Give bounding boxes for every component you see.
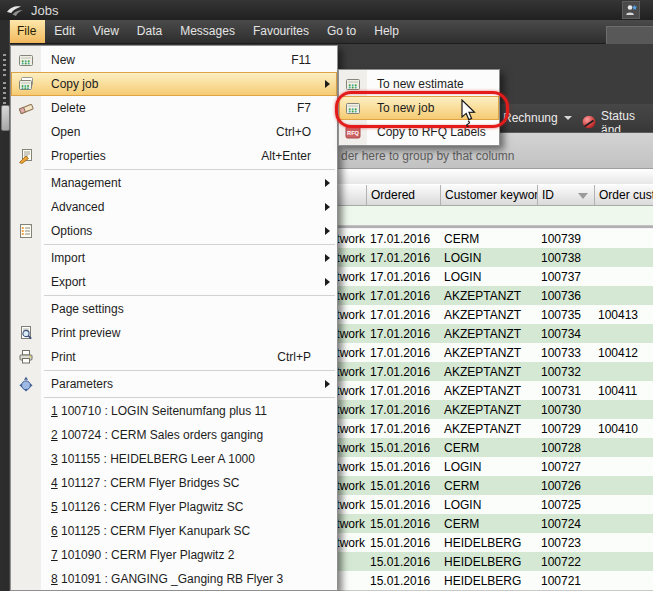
- cell-text: AKZEPTANZT: [444, 308, 521, 322]
- table-row[interactable]: twork17.01.2016LOGIN100737: [338, 267, 653, 286]
- recent-file-item-2[interactable]: 2 100724 : CERM Sales orders ganging: [11, 423, 337, 447]
- cell-text: HEIDELBERG: [444, 555, 521, 569]
- submenu-arrow-icon: [325, 254, 330, 262]
- cell-id: 100737: [538, 270, 595, 284]
- menubar-item-file[interactable]: File: [8, 20, 45, 43]
- cell-text: twork: [338, 498, 365, 512]
- recent-accel-number: 5: [51, 500, 58, 514]
- menu-item-options[interactable]: Options: [11, 219, 337, 243]
- menu-item-copy-job[interactable]: Copy job: [11, 72, 337, 96]
- menubar-item-favourites[interactable]: Favourites: [244, 20, 318, 43]
- cell-text: AKZEPTANZT: [444, 365, 521, 379]
- cell-customer_keyword: LOGIN: [441, 498, 538, 512]
- table-row[interactable]: twork15.01.2016CERM100724: [338, 514, 653, 533]
- menu-item-import[interactable]: Import: [11, 246, 337, 270]
- submenu-arrow-icon: [325, 203, 330, 211]
- cell-text: LOGIN: [444, 270, 481, 284]
- menubar-item-data[interactable]: Data: [128, 20, 171, 43]
- table-row[interactable]: twork15.01.2016CERM100726: [338, 476, 653, 495]
- table-row[interactable]: twork15.01.2016CERM100728: [338, 438, 653, 457]
- menu-item-label: 6 101125 : CERM Flyer Kanupark SC: [51, 524, 250, 538]
- cell-status: twork: [338, 381, 367, 400]
- job-icon: [345, 100, 361, 116]
- cell-customer_keyword: AKZEPTANZT: [441, 327, 538, 341]
- app-logo-icon: [6, 3, 24, 17]
- menubar-item-messages[interactable]: Messages: [171, 20, 244, 43]
- column-header-order-custo[interactable]: Order custo: [595, 185, 653, 205]
- cell-text: twork: [338, 517, 365, 531]
- menu-item-management[interactable]: Management: [11, 171, 337, 195]
- recent-file-item-8[interactable]: 8 101091 : GANGING _Ganging RB Flyer 3: [11, 567, 337, 591]
- cell-text: 100412: [598, 346, 638, 360]
- chevron-down-icon[interactable]: [564, 116, 572, 120]
- table-row[interactable]: twork15.01.2016LOGIN100727: [338, 457, 653, 476]
- table-row[interactable]: twork17.01.2016AKZEPTANZT100729100410: [338, 419, 653, 438]
- submenu-arrow-icon: [325, 278, 330, 286]
- column-header-ordered[interactable]: Ordered: [367, 185, 441, 205]
- table-row[interactable]: twork17.01.2016LOGIN100738: [338, 248, 653, 267]
- table-row[interactable]: twork17.01.2016AKZEPTANZT100733100412: [338, 343, 653, 362]
- recent-file-item-5[interactable]: 5 101126 : CERM Flyer Plagwitz SC: [11, 495, 337, 519]
- cell-status: twork: [338, 400, 367, 419]
- cell-text: LOGIN: [444, 460, 481, 474]
- menu-shortcut: F7: [297, 101, 311, 115]
- table-row[interactable]: twork15.01.2016LOGIN100725: [338, 495, 653, 514]
- table-row[interactable]: twork17.01.2016AKZEPTANZT100736: [338, 286, 653, 305]
- menubar-item-go-to[interactable]: Go to: [318, 20, 365, 43]
- cell-status: twork: [338, 343, 367, 362]
- cell-id: 100729: [538, 422, 595, 436]
- recent-file-item-6[interactable]: 6 101125 : CERM Flyer Kanupark SC: [11, 519, 337, 543]
- column-header-status[interactable]: [338, 185, 367, 205]
- user-button[interactable]: [622, 1, 640, 19]
- menu-item-new[interactable]: NewF11: [11, 48, 337, 72]
- sort-descending-icon[interactable]: [578, 193, 588, 199]
- cell-id: 100727: [538, 460, 595, 474]
- cell-text: 17.01.2016: [370, 384, 430, 398]
- column-header-customer-keyword[interactable]: Customer keyword: [441, 185, 538, 205]
- table-row[interactable]: 15.01.2016HEIDELBERG100722: [338, 552, 653, 571]
- recent-file-item-1[interactable]: 1 100710 : LOGIN Seitenumfang plus 11: [11, 399, 337, 423]
- menu-item-properties[interactable]: PropertiesAlt+Enter: [11, 144, 337, 168]
- panel-grip[interactable]: [3, 82, 6, 104]
- cell-status: twork: [338, 248, 367, 267]
- recent-file-item-7[interactable]: 7 101090 : CERM Flyer Plagwitz 2: [11, 543, 337, 567]
- menubar-item-help[interactable]: Help: [365, 20, 408, 43]
- menu-item-parameters[interactable]: Parameters: [11, 372, 337, 396]
- submenu-item-copy-to-rfq-labels[interactable]: RFQCopy to RFQ Labels: [339, 120, 499, 144]
- grid-filter-row[interactable]: [338, 206, 653, 226]
- table-row[interactable]: twork17.01.2016AKZEPTANZT100730: [338, 400, 653, 419]
- cell-text: 100730: [541, 403, 581, 417]
- menu-item-print-preview[interactable]: Print preview: [11, 321, 337, 345]
- submenu-item-to-new-job[interactable]: To new job: [339, 96, 499, 120]
- panel-splitter-thumb[interactable]: [1, 105, 10, 131]
- recent-file-item-3[interactable]: 3 101155 : HEIDELBERG Leer A 1000: [11, 447, 337, 471]
- cell-customer_keyword: HEIDELBERG: [441, 536, 538, 550]
- cell-text: AKZEPTANZT: [444, 289, 521, 303]
- cell-text: CERM: [444, 232, 479, 246]
- table-row[interactable]: twork17.01.2016AKZEPTANZT100731100411: [338, 381, 653, 400]
- menu-item-print[interactable]: PrintCtrl+P: [11, 345, 337, 369]
- cell-status: twork: [338, 495, 367, 514]
- table-row[interactable]: 15.01.2016HEIDELBERG100721: [338, 571, 653, 590]
- table-row[interactable]: twork15.01.2016HEIDELBERG100723: [338, 533, 653, 552]
- table-row[interactable]: twork17.01.2016CERM100739: [338, 229, 653, 248]
- left-panel-strip[interactable]: [0, 20, 10, 591]
- table-row[interactable]: twork17.01.2016AKZEPTANZT100732: [338, 362, 653, 381]
- menu-item-page-settings[interactable]: Page settings: [11, 297, 337, 321]
- menu-item-advanced[interactable]: Advanced: [11, 195, 337, 219]
- cell-text: twork: [338, 422, 365, 436]
- menubar-item-view[interactable]: View: [84, 20, 128, 43]
- panel-grip[interactable]: [3, 54, 6, 76]
- menubar-item-edit[interactable]: Edit: [45, 20, 84, 43]
- menu-item-label: Management: [51, 176, 121, 190]
- toolbar-button-status[interactable]: Status änd: [581, 109, 653, 133]
- submenu-item-to-new-estimate[interactable]: To new estimate: [339, 72, 499, 96]
- menu-item-export[interactable]: Export: [11, 270, 337, 294]
- recent-file-item-4[interactable]: 4 101127 : CERM Flyer Bridges SC: [11, 471, 337, 495]
- menu-item-open[interactable]: OpenCtrl+O: [11, 120, 337, 144]
- table-row[interactable]: twork17.01.2016AKZEPTANZT100735100413: [338, 305, 653, 324]
- table-row[interactable]: twork17.01.2016AKZEPTANZT100734: [338, 324, 653, 343]
- recent-accel-number: 8: [51, 572, 58, 586]
- column-header-id[interactable]: ID: [538, 185, 595, 205]
- menu-item-delete[interactable]: DeleteF7: [11, 96, 337, 120]
